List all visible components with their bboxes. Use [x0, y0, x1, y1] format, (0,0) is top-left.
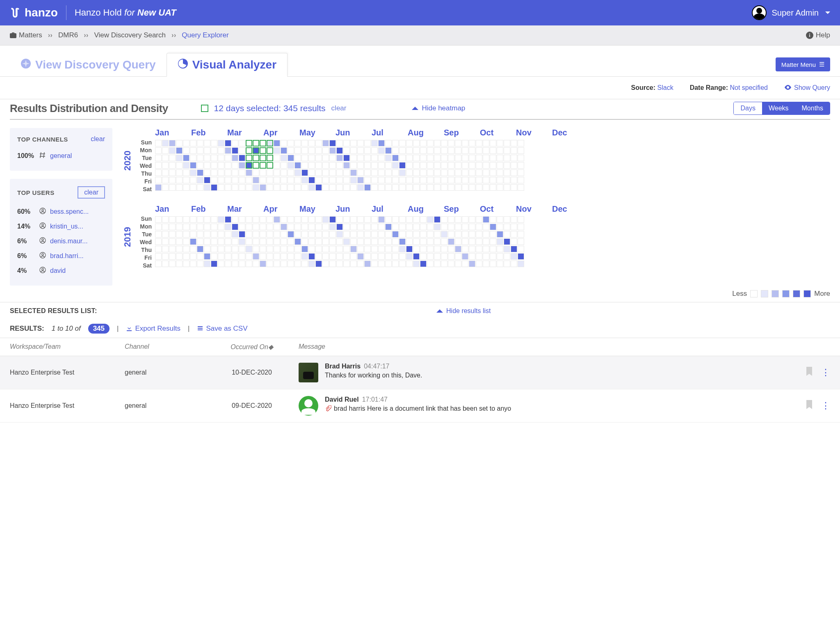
- heatmap-cell[interactable]: [504, 246, 510, 252]
- heatmap-cell[interactable]: [385, 177, 392, 183]
- heatmap-cell[interactable]: [274, 140, 280, 146]
- heatmap-cell[interactable]: [455, 224, 461, 230]
- heatmap-cell[interactable]: [239, 231, 245, 238]
- month-label[interactable]: Feb: [191, 128, 227, 137]
- heatmap-cell[interactable]: [308, 162, 315, 169]
- month-label[interactable]: Nov: [516, 128, 552, 137]
- heatmap-cell[interactable]: [462, 238, 468, 245]
- heatmap-cell[interactable]: [364, 261, 371, 267]
- heatmap-cell[interactable]: [225, 155, 231, 161]
- heatmap-cell[interactable]: [371, 261, 378, 267]
- heatmap-cell[interactable]: [476, 238, 482, 245]
- heatmap-cell[interactable]: [364, 216, 371, 223]
- heatmap-cell[interactable]: [427, 253, 434, 260]
- heatmap-cell[interactable]: [176, 246, 183, 252]
- heatmap-cell[interactable]: [371, 177, 378, 183]
- heatmap-cell[interactable]: [301, 162, 308, 169]
- heatmap-cell[interactable]: [294, 184, 301, 191]
- heatmap-cell[interactable]: [211, 238, 217, 245]
- heatmap-cell[interactable]: [371, 147, 378, 154]
- heatmap-cell[interactable]: [441, 155, 447, 161]
- heatmap-cell[interactable]: [329, 231, 336, 238]
- heatmap-cell[interactable]: [246, 184, 252, 191]
- heatmap-cell[interactable]: [455, 140, 461, 146]
- heatmap-cell[interactable]: [448, 184, 454, 191]
- heatmap-cell[interactable]: [169, 246, 176, 252]
- heatmap-cell[interactable]: [343, 253, 350, 260]
- heatmap-cell[interactable]: [497, 184, 503, 191]
- col-message[interactable]: Message: [289, 343, 797, 351]
- heatmap-cell[interactable]: [176, 162, 183, 169]
- heatmap-cell[interactable]: [253, 224, 259, 230]
- heatmap-cell[interactable]: [190, 261, 196, 267]
- heatmap-cell[interactable]: [308, 261, 315, 267]
- heatmap-cell[interactable]: [511, 162, 517, 169]
- heatmap-cell[interactable]: [434, 238, 441, 245]
- heatmap-cell[interactable]: [329, 155, 336, 161]
- heatmap-cell[interactable]: [357, 246, 364, 252]
- heatmap-cell[interactable]: [392, 155, 399, 161]
- heatmap-cell[interactable]: [483, 140, 489, 146]
- heatmap-cell[interactable]: [392, 147, 399, 154]
- heatmap-cell[interactable]: [281, 147, 287, 154]
- heatmap-cell[interactable]: [343, 184, 350, 191]
- heatmap-cell[interactable]: [336, 184, 343, 191]
- heatmap-cell[interactable]: [329, 246, 336, 252]
- heatmap-cell[interactable]: [483, 224, 489, 230]
- tab-visual-analyzer[interactable]: Visual Analyzer: [167, 53, 288, 77]
- heatmap-cell[interactable]: [162, 162, 169, 169]
- heatmap-cell[interactable]: [253, 177, 259, 183]
- heatmap-cell[interactable]: [434, 253, 441, 260]
- heatmap-cell[interactable]: [155, 224, 162, 230]
- row-actions-button[interactable]: ⋮: [821, 400, 830, 411]
- heatmap-cell[interactable]: [169, 224, 176, 230]
- heatmap-cell[interactable]: [322, 140, 329, 146]
- export-results-link[interactable]: Export Results: [126, 325, 180, 333]
- heatmap-cell[interactable]: [169, 155, 176, 161]
- heatmap-cell[interactable]: [218, 261, 224, 267]
- heatmap-cell[interactable]: [211, 231, 217, 238]
- table-row[interactable]: Hanzo Enterprise Test general 09-DEC-202…: [0, 389, 840, 423]
- month-label[interactable]: Aug: [408, 128, 444, 137]
- heatmap-cell[interactable]: [350, 261, 357, 267]
- list-item[interactable]: 4%david: [17, 263, 105, 278]
- heatmap-cell[interactable]: [246, 147, 252, 154]
- heatmap-cell[interactable]: [218, 184, 224, 191]
- heatmap-cell[interactable]: [308, 216, 315, 223]
- heatmap-cell[interactable]: [288, 169, 294, 176]
- heatmap-cell[interactable]: [511, 147, 517, 154]
- heatmap-cell[interactable]: [462, 155, 468, 161]
- heatmap-cell[interactable]: [204, 140, 210, 146]
- heatmap-cell[interactable]: [322, 184, 329, 191]
- heatmap-cell[interactable]: [260, 162, 266, 169]
- heatmap-cell[interactable]: [469, 155, 475, 161]
- heatmap-cell[interactable]: [274, 216, 280, 223]
- heatmap-cell[interactable]: [385, 169, 392, 176]
- heatmap-cell[interactable]: [371, 246, 378, 252]
- heatmap-cell[interactable]: [218, 140, 224, 146]
- heatmap-cell[interactable]: [218, 162, 224, 169]
- heatmap-cell[interactable]: [315, 231, 322, 238]
- heatmap-cell[interactable]: [162, 261, 169, 267]
- heatmap-cell[interactable]: [518, 184, 524, 191]
- heatmap-cell[interactable]: [211, 184, 217, 191]
- heatmap-cell[interactable]: [357, 224, 364, 230]
- heatmap-cell[interactable]: [469, 169, 475, 176]
- heatmap-cell[interactable]: [301, 238, 308, 245]
- heatmap-cell[interactable]: [427, 155, 434, 161]
- heatmap-cell[interactable]: [490, 224, 496, 230]
- heatmap-cell[interactable]: [392, 224, 399, 230]
- heatmap-cell[interactable]: [239, 261, 245, 267]
- heatmap-cell[interactable]: [357, 184, 364, 191]
- heatmap-cell[interactable]: [301, 155, 308, 161]
- heatmap-cell[interactable]: [162, 147, 169, 154]
- heatmap-cell[interactable]: [315, 184, 322, 191]
- heatmap-cell[interactable]: [448, 246, 454, 252]
- heatmap-cell[interactable]: [281, 261, 287, 267]
- heatmap-cell[interactable]: [392, 216, 399, 223]
- heatmap-cell[interactable]: [267, 253, 273, 260]
- heatmap-cell[interactable]: [518, 162, 524, 169]
- heatmap-cell[interactable]: [378, 246, 385, 252]
- heatmap-cell[interactable]: [385, 162, 392, 169]
- heatmap-cell[interactable]: [350, 216, 357, 223]
